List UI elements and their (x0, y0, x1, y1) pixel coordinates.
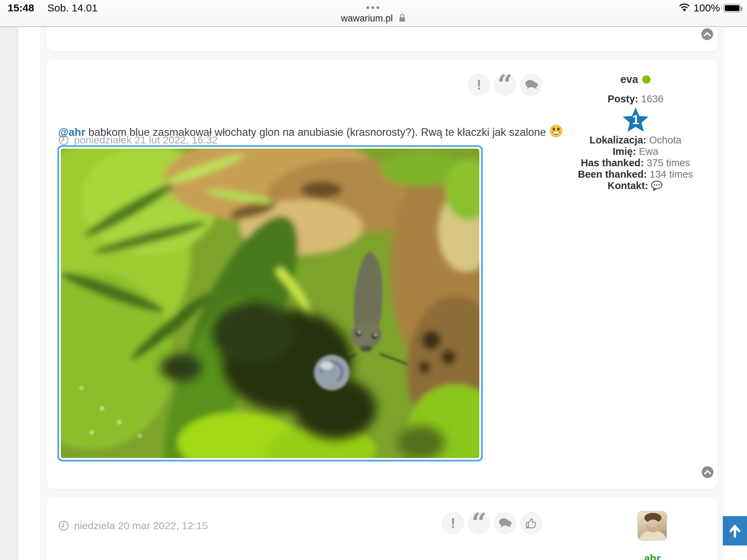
quote-button[interactable]: “ (494, 74, 516, 96)
battery-icon (723, 4, 741, 12)
posts-count: 1636 (641, 93, 664, 104)
thumbs-up-icon (525, 517, 537, 529)
page-left-gutter (0, 27, 18, 560)
post-photo-art (61, 149, 479, 458)
pm-bubble-icon[interactable] (650, 180, 663, 194)
battery-percent: 100% (693, 2, 720, 14)
field-kontakt: Kontakt: (553, 180, 718, 194)
post-card-eva: poniedziałek 21 lut 2022, 16:32 ! “ @ahr… (47, 59, 718, 489)
online-status-icon (642, 75, 651, 84)
status-right-cluster: 100% (679, 2, 741, 14)
next-author-column: ahr (622, 511, 683, 560)
author-panel: eva Posty: 1636 1 Lokalizacja: Ochota Im… (553, 59, 718, 194)
report-button[interactable]: ! (468, 74, 490, 96)
address-bar[interactable]: wawarium.pl (0, 13, 747, 25)
clock-icon (58, 520, 69, 531)
avatar[interactable] (637, 511, 667, 541)
field-imie: Imię: Ewa (553, 146, 718, 157)
post-text: babkom blue zasmakował włochaty glon na … (88, 126, 546, 139)
author-fields: Lokalizacja: Ochota Imię: Ewa Has thanke… (553, 134, 718, 194)
author-name-row: eva (553, 73, 718, 86)
author-posts-row: Posty: 1636 (553, 93, 718, 105)
page-left-margin (18, 27, 40, 560)
quote-icon: “ (471, 523, 487, 533)
exclamation-icon: ! (451, 515, 455, 531)
post-card-ahr: niedziela 20 mar 2022, 12:15 ! “ ahr (47, 497, 718, 560)
lock-icon (398, 13, 406, 25)
wifi-icon (679, 3, 690, 13)
exclamation-icon: ! (477, 77, 481, 93)
address-url[interactable]: wawarium.pl (341, 13, 393, 24)
speech-bubbles-icon (498, 517, 512, 529)
rank-star-icon: 1 (553, 107, 718, 133)
post-photo[interactable] (57, 145, 483, 461)
speech-bubbles-icon (524, 79, 538, 90)
field-lokalizacja: Lokalizacja: Ochota (553, 134, 718, 146)
quote-button[interactable]: “ (468, 512, 490, 534)
scroll-to-top-fab[interactable] (723, 516, 747, 545)
posts-label: Posty: (608, 93, 638, 104)
browser-chrome: 15:48 Sob. 14.01 ••• wawarium.pl 100% (0, 0, 747, 27)
reply-button[interactable] (520, 74, 542, 96)
previous-post-card (47, 27, 718, 51)
page-right-margin (725, 27, 747, 560)
scroll-top-chevron-icon[interactable] (701, 28, 713, 40)
field-been-thanked: Been thanked: 134 times (553, 169, 718, 180)
like-button[interactable] (520, 512, 542, 534)
report-button[interactable]: ! (442, 512, 464, 534)
arrow-up-icon (729, 524, 741, 538)
quote-icon: “ (497, 85, 513, 95)
rank-star-number: 1 (632, 113, 639, 127)
ipad-safari-screen: 15:48 Sob. 14.01 ••• wawarium.pl 100% po… (0, 0, 747, 560)
scroll-top-chevron-icon[interactable] (702, 466, 713, 478)
author-username-link[interactable]: eva (620, 73, 638, 86)
next-author-username-link[interactable]: ahr (622, 552, 683, 560)
safari-page-dots[interactable]: ••• (0, 5, 747, 10)
mention-link[interactable]: @ahr (58, 126, 85, 139)
field-has-thanked: Has thanked: 375 times (553, 157, 718, 169)
reply-button[interactable] (494, 512, 516, 534)
post-timestamp: niedziela 20 mar 2022, 12:15 (74, 520, 208, 532)
post-timestamp-row: niedziela 20 mar 2022, 12:15 (58, 520, 208, 532)
post-body: @ahr babkom blue zasmakował włochaty glo… (58, 124, 563, 140)
